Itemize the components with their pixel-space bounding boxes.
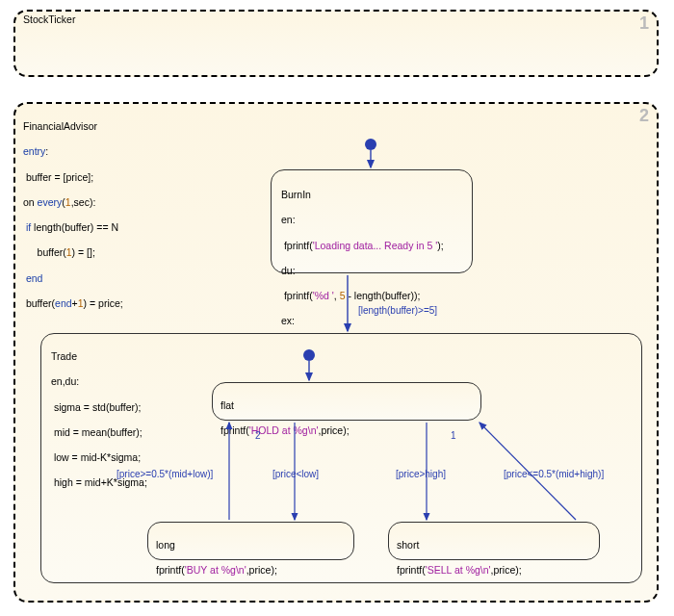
state-short[interactable]: short fprintf('SELL at %g\n',price); xyxy=(388,522,600,560)
guard-flat-to-short: [price>high] xyxy=(396,469,446,479)
chart-financialadvisor: 2 FinancialAdvisor entry: buffer = [pric… xyxy=(13,102,659,603)
short-code: short fprintf('SELL at %g\n',price); xyxy=(397,526,591,590)
guard-long-to-flat: [price>=0.5*(mid+low)] xyxy=(117,469,213,479)
order-badge-2: 2 xyxy=(639,106,649,126)
trans-order-1: 1 xyxy=(451,430,456,441)
financialadvisor-code: FinancialAdvisor entry: buffer = [price]… xyxy=(23,108,123,322)
state-burnin[interactable]: BurnIn en: fprintf('Loading data... Read… xyxy=(271,169,473,273)
fa-initial-dot xyxy=(365,139,376,150)
state-trade[interactable]: Trade en,du: sigma = std(buffer); mid = … xyxy=(40,333,642,583)
stateflow-chart: StockTicker 1 2 FinancialAdvisor entry: … xyxy=(8,8,666,608)
trans-order-2: 2 xyxy=(255,430,261,441)
trade-initial-dot xyxy=(303,349,315,361)
order-badge-1: 1 xyxy=(639,13,649,34)
state-long[interactable]: long fprintf('BUY at %g\n',price); xyxy=(147,522,354,560)
long-code: long fprintf('BUY at %g\n',price); xyxy=(156,526,346,590)
fa-title: FinancialAdvisor xyxy=(23,120,97,132)
state-flat[interactable]: flat fprintf('HOLD at %g\n',price); xyxy=(212,382,481,421)
chart-stockticker-title: StockTicker xyxy=(23,13,75,25)
guard-flat-to-long: [price<low] xyxy=(272,469,319,479)
chart-stockticker: StockTicker 1 xyxy=(13,10,659,77)
guard-short-to-flat: [price<=0.5*(mid+high)] xyxy=(504,469,604,479)
guard-burnin-to-trade: [length(buffer)>=5] xyxy=(358,305,437,316)
